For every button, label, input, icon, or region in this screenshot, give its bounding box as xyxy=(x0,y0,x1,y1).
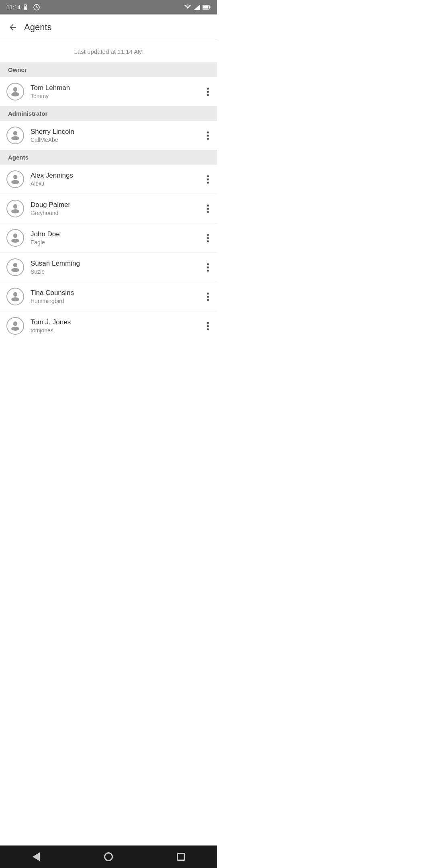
avatar-john-doe xyxy=(6,229,24,247)
agent-item-tom-lehman[interactable]: Tom Lehman Tommy xyxy=(0,77,217,106)
dot xyxy=(207,263,209,265)
agent-item-tina-counsins[interactable]: Tina Counsins Hummingbird xyxy=(0,282,217,311)
dot xyxy=(207,328,209,330)
agent-name-john-doe: John Doe xyxy=(31,230,205,238)
agent-item-alex-jennings[interactable]: Alex Jennings AlexJ xyxy=(0,165,217,194)
section-header-administrator: Administrator xyxy=(0,106,217,121)
agent-username-tom-lehman: Tommy xyxy=(31,93,205,99)
status-bar-right xyxy=(184,4,211,10)
menu-tina-counsins[interactable] xyxy=(205,289,211,304)
agent-name-tom-j-jones: Tom J. Jones xyxy=(31,318,205,326)
avatar-alex-jennings xyxy=(6,170,24,188)
agent-name-susan-lemming: Susan Lemming xyxy=(31,260,205,268)
dot xyxy=(207,91,209,93)
svg-point-9 xyxy=(11,92,19,96)
agent-item-sherry-lincoln[interactable]: Sherry Lincoln CallMeAbe xyxy=(0,121,217,150)
agent-info-tina-counsins: Tina Counsins Hummingbird xyxy=(31,289,205,304)
administrator-list: Sherry Lincoln CallMeAbe xyxy=(0,121,217,150)
dot xyxy=(207,178,209,180)
menu-sherry-lincoln[interactable] xyxy=(205,128,211,143)
content: Last updated at 11:14 AM Owner Tom Lehma… xyxy=(0,40,217,364)
page-title: Agents xyxy=(24,22,52,33)
avatar-doug-palmer xyxy=(6,200,24,217)
svg-point-16 xyxy=(11,327,19,331)
dot xyxy=(207,240,209,242)
avatar-susan-lemming xyxy=(6,258,24,276)
svg-point-14 xyxy=(11,268,19,272)
agent-info-susan-lemming: Susan Lemming Suzie xyxy=(31,260,205,275)
avatar-tom-j-jones xyxy=(6,317,24,335)
agent-username-tina-counsins: Hummingbird xyxy=(31,298,205,304)
agents-list: Alex Jennings AlexJ Doug Palmer Greyhoun… xyxy=(0,165,217,340)
svg-marker-5 xyxy=(194,4,200,10)
svg-rect-1 xyxy=(25,6,26,9)
agent-info-alex-jennings: Alex Jennings AlexJ xyxy=(31,172,205,187)
last-updated: Last updated at 11:14 AM xyxy=(0,40,217,62)
agent-info-john-doe: John Doe Eagle xyxy=(31,230,205,246)
menu-alex-jennings[interactable] xyxy=(205,172,211,187)
menu-john-doe[interactable] xyxy=(205,231,211,246)
dot xyxy=(207,299,209,301)
dot xyxy=(207,135,209,137)
avatar-tom-lehman xyxy=(6,83,24,100)
agent-username-tom-j-jones: tomjones xyxy=(31,327,205,334)
battery-icon xyxy=(203,5,211,10)
agent-name-alex-jennings: Alex Jennings xyxy=(31,172,205,180)
svg-rect-7 xyxy=(210,6,211,8)
sim-icon xyxy=(24,4,30,10)
menu-tom-lehman[interactable] xyxy=(205,84,211,99)
dot xyxy=(207,322,209,324)
agent-item-doug-palmer[interactable]: Doug Palmer Greyhound xyxy=(0,194,217,223)
agent-info-sherry-lincoln: Sherry Lincoln CallMeAbe xyxy=(31,128,205,143)
dot xyxy=(207,293,209,295)
dot xyxy=(207,208,209,210)
svg-point-10 xyxy=(11,136,19,140)
agent-username-doug-palmer: Greyhound xyxy=(31,210,205,216)
section-header-owner: Owner xyxy=(0,62,217,77)
agent-name-tina-counsins: Tina Counsins xyxy=(31,289,205,297)
agent-info-doug-palmer: Doug Palmer Greyhound xyxy=(31,201,205,216)
dot xyxy=(207,138,209,140)
dot xyxy=(207,234,209,236)
wifi-icon xyxy=(184,4,191,10)
agent-username-alex-jennings: AlexJ xyxy=(31,180,205,187)
app-bar: Agents xyxy=(0,14,217,40)
agent-info-tom-lehman: Tom Lehman Tommy xyxy=(31,84,205,99)
dot xyxy=(207,94,209,96)
status-time: 11:14 xyxy=(6,4,20,10)
agent-item-john-doe[interactable]: John Doe Eagle xyxy=(0,223,217,253)
svg-point-12 xyxy=(11,209,19,213)
svg-point-15 xyxy=(11,297,19,301)
dot xyxy=(207,325,209,327)
menu-susan-lemming[interactable] xyxy=(205,260,211,275)
dot xyxy=(207,266,209,268)
agent-username-sherry-lincoln: CallMeAbe xyxy=(31,137,205,143)
agent-name-doug-palmer: Doug Palmer xyxy=(31,201,205,209)
svg-rect-8 xyxy=(203,6,209,9)
back-button[interactable] xyxy=(5,19,21,35)
dot xyxy=(207,270,209,272)
menu-tom-j-jones[interactable] xyxy=(205,319,211,334)
agent-item-susan-lemming[interactable]: Susan Lemming Suzie xyxy=(0,253,217,282)
dot xyxy=(207,211,209,213)
dot xyxy=(207,296,209,298)
avatar-tina-counsins xyxy=(6,288,24,305)
notification-icon xyxy=(33,4,40,10)
agent-item-tom-j-jones[interactable]: Tom J. Jones tomjones xyxy=(0,311,217,340)
dot xyxy=(207,205,209,207)
status-bar-left: 11:14 xyxy=(6,4,40,10)
signal-icon xyxy=(194,4,200,10)
status-bar: 11:14 xyxy=(0,0,217,14)
agent-info-tom-j-jones: Tom J. Jones tomjones xyxy=(31,318,205,334)
menu-doug-palmer[interactable] xyxy=(205,201,211,216)
svg-point-11 xyxy=(11,180,19,184)
dot xyxy=(207,237,209,239)
dot xyxy=(207,88,209,90)
agent-name-sherry-lincoln: Sherry Lincoln xyxy=(31,128,205,136)
section-header-agents: Agents xyxy=(0,150,217,165)
dot xyxy=(207,182,209,184)
avatar-sherry-lincoln xyxy=(6,127,24,144)
agent-username-susan-lemming: Suzie xyxy=(31,268,205,275)
dot xyxy=(207,175,209,177)
owner-list: Tom Lehman Tommy xyxy=(0,77,217,106)
